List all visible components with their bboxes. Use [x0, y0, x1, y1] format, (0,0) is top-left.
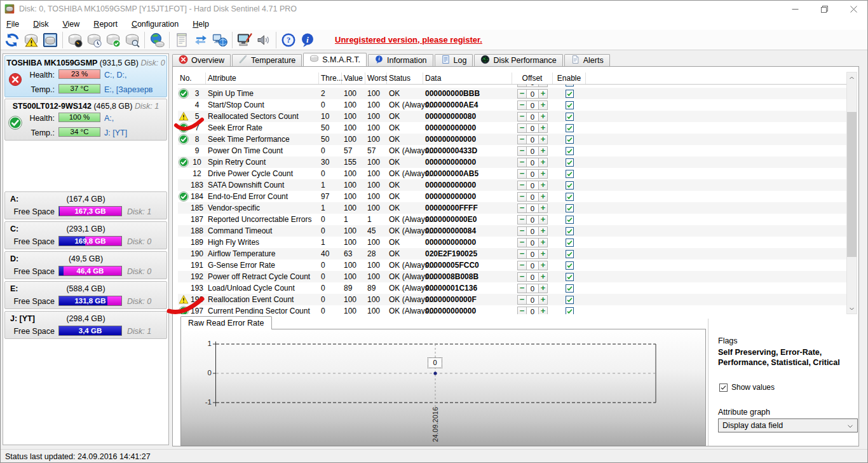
enable-checkbox[interactable]	[566, 181, 574, 190]
enable-checkbox[interactable]	[566, 147, 574, 155]
offset-increase-button[interactable]: +	[538, 204, 548, 213]
checkbox-icon[interactable]	[719, 384, 728, 392]
offset-increase-button[interactable]: +	[538, 215, 548, 225]
table-row-attr-4[interactable]: 4Start/Stop Count0100100OK (Always...000…	[178, 99, 846, 111]
enable-checkbox[interactable]	[566, 204, 574, 212]
offset-increase-button[interactable]: +	[538, 100, 548, 110]
enable-checkbox[interactable]	[566, 273, 574, 281]
column-header-enable[interactable]: Enable	[553, 73, 586, 84]
column-header-attribute[interactable]: Attribute	[206, 73, 319, 84]
graph-tab-raw-read-error-rate[interactable]: Raw Read Error Rate	[180, 316, 272, 329]
offset-increase-button[interactable]: +	[538, 261, 548, 270]
offset-increase-button[interactable]: +	[538, 169, 548, 179]
offset-increase-button[interactable]: +	[538, 238, 548, 247]
volume-panel-JYT[interactable]: (298,4 GB)J: [YT]Free Space3,4 GBDisk: 1	[4, 311, 167, 339]
table-row-attr-190[interactable]: 190Airflow Temperature406328OK020E2F1900…	[178, 248, 846, 259]
table-row-attr-193[interactable]: 193Load/Unload Cycle Count08989OK (Alway…	[178, 282, 846, 294]
volume-panel-E[interactable]: (588,4 GB)E:Free Space131,8 GBDisk: 0	[4, 281, 167, 309]
table-row-attr-197[interactable]: 197Current Pending Sector Count0100100OK…	[178, 305, 846, 314]
table-row-attr-185[interactable]: 185Vendor-specific1100100OK00000000FFFF−…	[178, 202, 846, 214]
enable-checkbox[interactable]	[566, 307, 574, 315]
offset-increase-button[interactable]: +	[538, 272, 548, 282]
tab-overview[interactable]: Overview	[172, 54, 231, 66]
table-row-attr-196[interactable]: 196Reallocation Event Count0100100OK (Al…	[178, 294, 846, 305]
offset-decrease-button[interactable]: −	[517, 238, 527, 247]
disk-panel-1[interactable]: ST500LT012-9WS142 (465,8 GB) Disk: 1Heal…	[4, 99, 167, 141]
offset-decrease-button[interactable]: −	[517, 192, 527, 202]
offset-decrease-button[interactable]: −	[517, 85, 527, 87]
offset-decrease-button[interactable]: −	[517, 89, 527, 99]
toolbar-refresh-icon[interactable]	[3, 31, 22, 49]
enable-checkbox[interactable]	[566, 158, 574, 167]
offset-decrease-button[interactable]: −	[517, 181, 527, 190]
toolbar-disk-search-icon[interactable]	[123, 31, 142, 49]
table-row-attr-3[interactable]: 3Spin Up Time2100100OK000000000BBB−0+	[178, 88, 846, 99]
offset-decrease-button[interactable]: −	[517, 249, 527, 259]
volume-panel-A[interactable]: (167,4 GB)A:Free Space167,3 GBDisk: 1	[4, 191, 167, 219]
enable-checkbox[interactable]	[566, 113, 574, 121]
enable-checkbox[interactable]	[566, 250, 574, 258]
enable-checkbox[interactable]	[566, 261, 574, 270]
table-row-attr-183[interactable]: 183SATA Downshift Count1100100OK00000000…	[178, 179, 846, 191]
offset-increase-button[interactable]: +	[538, 135, 548, 144]
scroll-down-arrow-icon[interactable]	[847, 303, 857, 314]
table-row-attr-187[interactable]: 187Reported Uncorrectable Errors011OK (A…	[178, 214, 846, 225]
menu-file[interactable]: File	[1, 18, 24, 30]
offset-decrease-button[interactable]: −	[517, 158, 527, 167]
table-row-attr-7[interactable]: 7Seek Error Rate50100100OK000000000000−0…	[178, 122, 846, 134]
offset-decrease-button[interactable]: −	[517, 204, 527, 213]
enable-checkbox[interactable]	[566, 101, 574, 109]
offset-increase-button[interactable]: +	[538, 181, 548, 190]
offset-decrease-button[interactable]: −	[517, 284, 527, 293]
toolbar-help-icon[interactable]: ?	[279, 31, 298, 49]
offset-decrease-button[interactable]: −	[517, 295, 527, 305]
toolbar-disk-clock-icon[interactable]	[85, 31, 104, 49]
column-header-status[interactable]: Status	[387, 73, 423, 84]
tab-temperature[interactable]: Temperature	[232, 54, 302, 66]
table-row-attr-191[interactable]: 191G-Sense Error Rate0100100OK (Always..…	[178, 259, 846, 271]
toolbar-info-balloon-icon[interactable]: i	[298, 31, 317, 49]
scroll-up-arrow-icon[interactable]	[847, 73, 857, 83]
disk-panel-0[interactable]: TOSHIBA MK1059GSMP (931,5 GB) Disk: 0Hea…	[4, 55, 167, 97]
toolbar-disk-window-icon[interactable]	[41, 31, 60, 49]
attribute-graph-dropdown[interactable]: Display data field	[718, 418, 858, 432]
toolbar-disk-check-icon[interactable]	[104, 31, 123, 49]
offset-decrease-button[interactable]: −	[517, 169, 527, 179]
close-button[interactable]	[839, 0, 868, 18]
offset-decrease-button[interactable]: −	[517, 226, 527, 236]
table-row-attr-10[interactable]: 10Spin Retry Count30155100OK000000000000…	[178, 156, 846, 168]
toolbar-disk-warning-icon[interactable]	[22, 31, 41, 49]
offset-decrease-button[interactable]: −	[517, 146, 527, 156]
toolbar-network-icon[interactable]	[210, 31, 229, 49]
toolbar-remote-monitor-icon[interactable]	[235, 31, 254, 49]
table-row-attr-192[interactable]: 192Power off Retract Cycle Count0100100O…	[178, 271, 846, 282]
enable-checkbox[interactable]	[566, 90, 574, 98]
offset-decrease-button[interactable]: −	[517, 272, 527, 282]
tab-information[interactable]: iInformation	[368, 54, 433, 66]
tab-s-m-a-r-t-[interactable]: S.M.A.R.T.	[303, 53, 367, 66]
vertical-scrollbar[interactable]	[846, 72, 857, 314]
enable-checkbox[interactable]	[566, 296, 574, 304]
offset-decrease-button[interactable]: −	[517, 135, 527, 144]
column-header-thre[interactable]: Thre...	[319, 73, 342, 84]
offset-increase-button[interactable]: +	[538, 146, 548, 156]
table-row-attr-184[interactable]: 184End-to-End Error Count97100100OK00000…	[178, 191, 846, 202]
toolbar-sound-icon[interactable]	[254, 31, 273, 49]
offset-decrease-button[interactable]: −	[517, 261, 527, 270]
menu-view[interactable]: View	[57, 18, 85, 30]
enable-checkbox[interactable]	[566, 193, 574, 201]
enable-checkbox[interactable]	[566, 284, 574, 293]
toolbar-sync-icon[interactable]	[191, 31, 210, 49]
minimize-button[interactable]	[780, 0, 810, 18]
table-row-attr-5[interactable]: 5Reallocated Sectors Count10100100OK0000…	[178, 111, 846, 122]
column-header-worst[interactable]: Worst	[365, 73, 387, 84]
offset-increase-button[interactable]: +	[538, 284, 548, 293]
menu-report[interactable]: Report	[88, 18, 123, 30]
offset-increase-button[interactable]: +	[538, 89, 548, 99]
tab-log[interactable]: Log	[435, 54, 473, 66]
toolbar-globe-disk-icon[interactable]	[147, 31, 166, 49]
table-row-attr-9[interactable]: 9Power On Time Count05757OK (Always...00…	[178, 145, 846, 156]
table-row-attr-12[interactable]: 12Drive Power Cycle Count0100100OK (Alwa…	[178, 168, 846, 179]
enable-checkbox[interactable]	[566, 238, 574, 247]
enable-checkbox[interactable]	[566, 85, 574, 86]
